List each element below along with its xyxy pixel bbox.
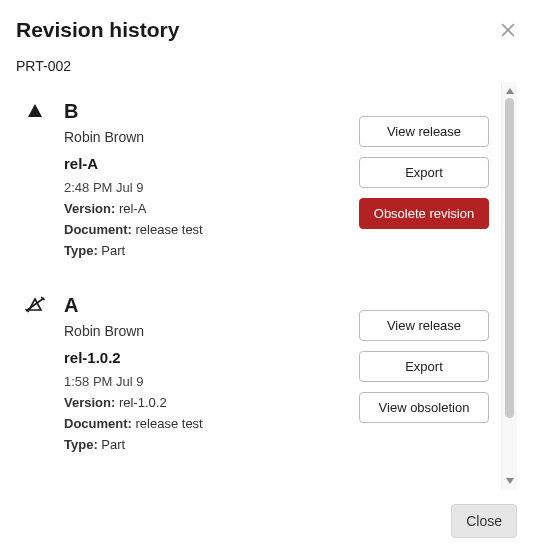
revision-author: Robin Brown	[64, 129, 343, 145]
scrollbar[interactable]	[501, 82, 517, 490]
triangle-icon	[22, 100, 48, 264]
revision-letter: B	[64, 100, 343, 123]
revision-item: A Robin Brown rel-1.0.2 1:58 PM Jul 9 Ve…	[16, 276, 495, 470]
scroll-down-icon[interactable]	[505, 474, 515, 488]
document-value: release test	[136, 222, 203, 237]
scroll-up-icon[interactable]	[505, 84, 515, 98]
revision-actions: View release Export View obsoletion	[359, 294, 489, 458]
view-release-button[interactable]: View release	[359, 116, 489, 147]
revision-release-name: rel-A	[64, 155, 343, 172]
revision-type: Type: Part	[64, 243, 343, 258]
scrollbar-track[interactable]	[502, 98, 517, 474]
version-value: rel-A	[119, 201, 146, 216]
export-button[interactable]: Export	[359, 157, 489, 188]
type-label: Type:	[64, 437, 98, 452]
close-icon[interactable]	[499, 21, 517, 39]
revision-details: B Robin Brown rel-A 2:48 PM Jul 9 Versio…	[64, 100, 343, 264]
revision-item: B Robin Brown rel-A 2:48 PM Jul 9 Versio…	[16, 82, 495, 276]
version-value: rel-1.0.2	[119, 395, 167, 410]
dialog-footer: Close	[16, 500, 517, 538]
revision-author: Robin Brown	[64, 323, 343, 339]
obsolete-revision-button[interactable]: Obsolete revision	[359, 198, 489, 229]
close-button[interactable]: Close	[451, 504, 517, 538]
dialog-header: Revision history	[16, 18, 517, 42]
type-value: Part	[101, 243, 125, 258]
view-obsoletion-button[interactable]: View obsoletion	[359, 392, 489, 423]
type-value: Part	[101, 437, 125, 452]
revision-version: Version: rel-A	[64, 201, 343, 216]
version-label: Version:	[64, 201, 115, 216]
part-identifier: PRT-002	[16, 58, 517, 74]
revision-details: A Robin Brown rel-1.0.2 1:58 PM Jul 9 Ve…	[64, 294, 343, 458]
revision-type: Type: Part	[64, 437, 343, 452]
document-label: Document:	[64, 416, 132, 431]
scrollbar-thumb[interactable]	[505, 98, 514, 418]
revision-list: B Robin Brown rel-A 2:48 PM Jul 9 Versio…	[16, 82, 501, 490]
revision-timestamp: 2:48 PM Jul 9	[64, 180, 343, 195]
dialog-title: Revision history	[16, 18, 179, 42]
revision-release-name: rel-1.0.2	[64, 349, 343, 366]
revision-actions: View release Export Obsolete revision	[359, 100, 489, 264]
revision-document: Document: release test	[64, 222, 343, 237]
content-wrapper: B Robin Brown rel-A 2:48 PM Jul 9 Versio…	[16, 82, 517, 490]
view-release-button[interactable]: View release	[359, 310, 489, 341]
revision-history-dialog: Revision history PRT-002 B Robin Brown r…	[0, 0, 533, 554]
document-label: Document:	[64, 222, 132, 237]
revision-document: Document: release test	[64, 416, 343, 431]
revision-letter: A	[64, 294, 343, 317]
version-label: Version:	[64, 395, 115, 410]
document-value: release test	[136, 416, 203, 431]
export-button[interactable]: Export	[359, 351, 489, 382]
revision-version: Version: rel-1.0.2	[64, 395, 343, 410]
struck-triangle-icon	[22, 294, 48, 458]
type-label: Type:	[64, 243, 98, 258]
revision-timestamp: 1:58 PM Jul 9	[64, 374, 343, 389]
